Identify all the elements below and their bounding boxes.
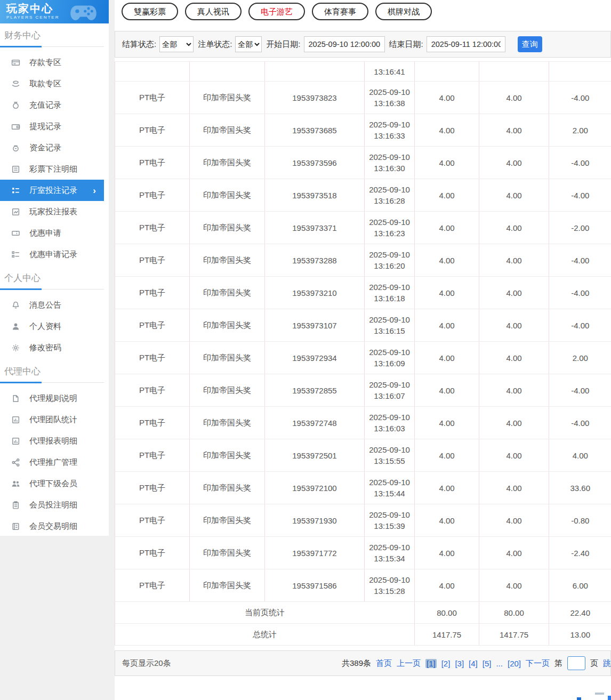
sidebar-item[interactable]: 代理下级会员 xyxy=(0,473,104,494)
moneybag-icon xyxy=(11,101,20,110)
bet-status-label: 注单状态: xyxy=(198,39,232,50)
settle-status-label: 结算状态: xyxy=(122,39,156,50)
sidebar: 玩家中心 PLAYERS CENTER 财务中心 存款专区 取款专区 充值记录 … xyxy=(0,0,109,536)
stats-icon xyxy=(11,415,20,424)
cell-game: 印加帝国头奖 xyxy=(190,114,265,147)
page-number-link[interactable]: [3] xyxy=(455,659,464,668)
cell-game: 印加帝国头奖 xyxy=(190,374,265,407)
cell-bet: 4.00 xyxy=(415,407,479,439)
total-count-label: 共389条 xyxy=(342,658,371,669)
page-number-link[interactable]: [5] xyxy=(483,659,492,668)
share-icon xyxy=(11,458,20,467)
sidebar-item[interactable]: 个人资料 xyxy=(0,316,104,337)
page-number-link[interactable]: [4] xyxy=(469,659,478,668)
stats-icon xyxy=(11,437,20,446)
sidebar-item[interactable]: 资金记录 xyxy=(0,137,104,158)
cell-platform: PT电子 xyxy=(115,342,190,374)
cell-game: 印加帝国头奖 xyxy=(190,309,265,342)
table-row: PT电子 印加帝国头奖 1953973823 2025-09-10 13:16:… xyxy=(115,82,611,114)
sidebar-item[interactable]: 会员交易明细 xyxy=(0,516,104,537)
sidebar-item-label: 提现记录 xyxy=(29,122,61,132)
cell-order: 1953972748 xyxy=(265,407,365,439)
cell-order: 1953973107 xyxy=(265,309,365,342)
jump-button[interactable]: 跳转 xyxy=(603,658,611,669)
game-category-tab[interactable]: 体育赛事 xyxy=(312,3,368,20)
gamepad-icon xyxy=(68,1,101,22)
sidebar-item[interactable]: 优惠申请 xyxy=(0,222,104,244)
sidebar-item[interactable]: 代理团队统计 xyxy=(0,409,104,430)
game-category-tab[interactable]: 电子游艺 xyxy=(248,3,305,20)
ticket-icon xyxy=(11,229,20,238)
sidebar-item[interactable]: 会员投注明细 xyxy=(0,494,104,516)
cell-platform: PT电子 xyxy=(115,277,190,309)
sidebar-item[interactable]: 充值记录 xyxy=(0,94,104,116)
cell-result: -4.00 xyxy=(549,244,611,277)
sidebar-item[interactable]: 消息公告 xyxy=(0,294,104,316)
bet-status-select[interactable]: 全部 xyxy=(235,36,262,52)
cell-platform: PT电子 xyxy=(115,309,190,342)
cell-order: 1953972855 xyxy=(265,374,365,407)
sidebar-section: 代理中心 代理规则说明 代理团队统计 代理报表明细 代理推广管理 代理下级会员 … xyxy=(0,359,109,537)
query-button[interactable]: 查询 xyxy=(518,36,542,52)
list-doc-icon xyxy=(11,165,20,174)
page-stats-label: 当前页统计 xyxy=(115,602,415,624)
end-date-input[interactable] xyxy=(427,36,505,52)
settle-status-select[interactable]: 全部 xyxy=(159,36,194,52)
end-date-label: 结束日期: xyxy=(389,39,423,50)
cell-valid: 4.00 xyxy=(479,277,549,309)
sidebar-item[interactable]: 修改密码 xyxy=(0,337,104,358)
next-page-link[interactable]: 下一页 xyxy=(526,658,550,669)
page-number-link[interactable]: [2] xyxy=(441,659,451,668)
betting-records-table: 13:16:41 PT电子 印加帝国头奖 1953973823 2025-09-… xyxy=(115,61,611,646)
sidebar-item[interactable]: 玩家投注报表 xyxy=(0,201,104,222)
sidebar-item[interactable]: 优惠申请记录 xyxy=(0,244,104,265)
cell-result: -2.40 xyxy=(549,537,611,569)
table-row: PT电子 印加帝国头奖 1953972934 2025-09-10 13:16:… xyxy=(115,342,611,374)
table-row: PT电子 印加帝国头奖 1953973210 2025-09-10 13:16:… xyxy=(115,277,611,309)
game-category-tab[interactable]: 雙赢彩票 xyxy=(122,3,178,20)
first-page-link[interactable]: 首页 xyxy=(376,658,392,669)
game-category-tab[interactable]: 棋牌对战 xyxy=(375,3,432,20)
cell-valid: 4.00 xyxy=(479,147,549,179)
sidebar-item[interactable]: 彩票下注明细 xyxy=(0,158,104,180)
cell-datetime: 2025-09-10 13:16:23 xyxy=(365,212,415,244)
sidebar-section-title: 个人中心 xyxy=(0,266,109,289)
sidebar-item[interactable]: 代理报表明细 xyxy=(0,430,104,452)
sidebar-item[interactable]: 厅室投注记录 › xyxy=(0,180,104,201)
sidebar-item[interactable]: 提现记录 xyxy=(0,116,104,137)
cell-order: 1953971930 xyxy=(265,504,365,537)
sidebar-item-label: 充值记录 xyxy=(29,100,61,110)
cell-datetime: 2025-09-10 13:16:33 xyxy=(365,114,415,147)
cell-game: 印加帝国头奖 xyxy=(190,407,265,439)
ledger-icon xyxy=(11,522,20,531)
page-stats-bet: 80.00 xyxy=(415,602,479,624)
gear-icon xyxy=(11,343,20,352)
cell-datetime: 2025-09-10 13:15:34 xyxy=(365,537,415,569)
filter-bar: 结算状态: 全部 注单状态: 全部 开始日期: 结束日期: 查询 xyxy=(115,31,611,58)
sidebar-item[interactable]: 代理推广管理 xyxy=(0,452,104,473)
sidebar-item[interactable]: 代理规则说明 xyxy=(0,388,104,409)
cell-bet: 4.00 xyxy=(415,82,479,114)
clipboard-icon xyxy=(11,501,20,510)
jump-page-input[interactable] xyxy=(567,656,585,670)
cell-result: -4.00 xyxy=(549,277,611,309)
cell-datetime: 2025-09-10 13:16:38 xyxy=(365,82,415,114)
cell-datetime: 2025-09-10 13:15:28 xyxy=(365,569,415,602)
sidebar-nav: 财务中心 存款专区 取款专区 充值记录 提现记录 资金记录 彩票下注明细 厅室投… xyxy=(0,23,109,537)
pagination-controls: 共389条 首页 上一页 [1] [2] [3] [4] [5] ... [20… xyxy=(342,656,611,670)
page-number-link[interactable]: [20] xyxy=(508,659,521,668)
game-category-tab[interactable]: 真人视讯 xyxy=(185,3,242,20)
sidebar-item[interactable]: 取款专区 xyxy=(0,73,104,94)
cell-platform: PT电子 xyxy=(115,407,190,439)
sidebar-item[interactable]: 存款专区 xyxy=(0,52,104,73)
cell-game: 印加帝国头奖 xyxy=(190,569,265,602)
cell-result: -4.00 xyxy=(549,147,611,179)
page-number-link[interactable]: [1] xyxy=(425,659,437,668)
table-row: PT电子 印加帝国头奖 1953972748 2025-09-10 13:16:… xyxy=(115,407,611,439)
cell-bet: 4.00 xyxy=(415,277,479,309)
sidebar-item-label: 会员交易明细 xyxy=(29,521,77,532)
report-icon xyxy=(11,207,20,216)
prev-page-link[interactable]: 上一页 xyxy=(397,658,421,669)
sidebar-item-label: 会员投注明细 xyxy=(29,500,77,510)
start-date-input[interactable] xyxy=(304,36,385,52)
